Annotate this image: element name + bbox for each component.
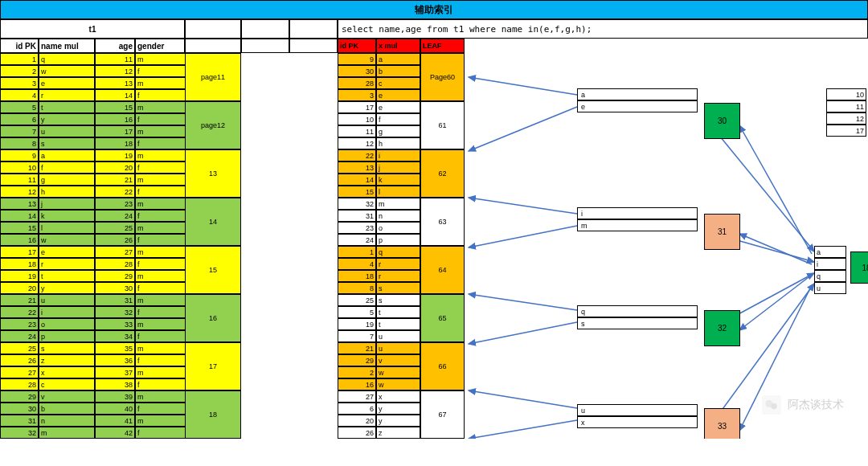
cell-gender: f — [135, 306, 185, 318]
cell-gender: m — [135, 125, 185, 137]
idx-cell-id: 17 — [338, 101, 376, 113]
left-table: id PK name mul age gender 1q11m2w12f3e13… — [0, 39, 185, 439]
cell-age: 19 — [95, 149, 135, 161]
table-row: 7u17m — [0, 125, 185, 137]
cell-age: 24 — [95, 210, 135, 222]
cell-age: 32 — [95, 306, 135, 318]
cell-gender: f — [135, 258, 185, 270]
index-row: 17e — [338, 101, 420, 113]
idx-cell-x: a — [376, 53, 420, 65]
table-row: 10f20f — [0, 161, 185, 174]
root-cell: a — [814, 246, 846, 258]
index-row: 1q — [338, 246, 420, 258]
idx-cell-x: r — [376, 258, 420, 270]
table-row: 3e13m — [0, 77, 185, 89]
cell-age: 38 — [95, 378, 135, 390]
page-cell: 16 — [185, 294, 241, 342]
idx-cell-x: e — [376, 101, 420, 113]
cell-gender: f — [135, 427, 185, 439]
index-row: 24p — [338, 234, 420, 246]
idx-cell-x: w — [376, 378, 420, 390]
index-row: 23o — [338, 222, 420, 234]
cell-name: h — [39, 186, 95, 198]
extra-cell: 12 — [826, 112, 866, 125]
cell-age: 13 — [95, 77, 135, 89]
idx-cell-x: r — [376, 270, 420, 282]
svg-line-5 — [469, 322, 577, 344]
table-row: 11g21m — [0, 174, 185, 186]
level3-node: 33 — [704, 408, 740, 439]
index-row: 28c — [338, 77, 420, 89]
index-row: 12h — [338, 137, 420, 149]
table-row: 32m42f — [0, 427, 185, 439]
cell-name: z — [39, 354, 95, 366]
idx-cell-x: q — [376, 246, 420, 258]
cell-gender: f — [135, 403, 185, 415]
cell-id: 3 — [0, 77, 39, 89]
cell-name: x — [39, 366, 95, 378]
table-row: 27x37m — [0, 366, 185, 378]
cell-name: o — [39, 318, 95, 330]
cell-name: r — [39, 258, 95, 270]
idx-cell-id: 12 — [338, 137, 376, 149]
cell-id: 31 — [0, 415, 39, 427]
title-text: 辅助索引 — [415, 3, 453, 17]
cell-gender: m — [135, 198, 185, 210]
index-row: 6y — [338, 403, 420, 415]
idx-cell-x: b — [376, 65, 420, 77]
cell-id: 6 — [0, 113, 39, 125]
cell-name: c — [39, 378, 95, 390]
level2-cell: e — [577, 100, 698, 112]
wechat-icon — [762, 395, 781, 415]
index-row: 21u — [338, 342, 420, 354]
cell-name: w — [39, 234, 95, 246]
cell-id: 15 — [0, 222, 39, 234]
index-row: 14k — [338, 174, 420, 186]
table-row: 19t29m — [0, 270, 185, 282]
index-row: 3e — [338, 89, 420, 101]
index-row: 32m — [338, 198, 420, 210]
cell-gender: m — [135, 222, 185, 234]
svg-line-14 — [739, 275, 812, 330]
idx-cell-x: w — [376, 366, 420, 378]
cell-name: p — [39, 330, 95, 342]
svg-line-12 — [739, 125, 812, 254]
t1-label: t1 — [0, 19, 185, 39]
idx-cell-x: y — [376, 415, 420, 427]
idx-cell-x: u — [376, 330, 420, 342]
cell-id: 11 — [0, 174, 39, 186]
leaf-cell: 65 — [420, 294, 465, 342]
leaf-cell: 63 — [420, 198, 465, 246]
cell-age: 12 — [95, 65, 135, 77]
idx-cell-id: 27 — [338, 390, 376, 403]
cell-gender: f — [135, 89, 185, 101]
svg-line-4 — [469, 294, 577, 310]
table-row: 5t15m — [0, 101, 185, 113]
cell-age: 14 — [95, 89, 135, 101]
cell-age: 42 — [95, 427, 135, 439]
idx-cell-id: 24 — [338, 234, 376, 246]
cell-age: 26 — [95, 234, 135, 246]
idx-cell-id: 4 — [338, 258, 376, 270]
idx-cell-x: z — [376, 427, 420, 439]
page-cell: 13 — [185, 149, 241, 198]
leaf-cell: 62 — [420, 149, 465, 198]
root-cell: i — [814, 258, 846, 270]
root-cell: u — [814, 282, 846, 294]
level2-cell: i — [577, 207, 698, 219]
idx-cell-x: l — [376, 186, 420, 198]
table-row: 13j23m — [0, 198, 185, 210]
cell-id: 27 — [0, 366, 39, 378]
table-row: 2w12f — [0, 65, 185, 77]
idx-cell-id: 1 — [338, 246, 376, 258]
hdr-gender: gender — [135, 39, 185, 53]
cell-age: 31 — [95, 294, 135, 306]
table-row: 4r14f — [0, 89, 185, 101]
page-cell: page12 — [185, 101, 241, 149]
index-row: 9a — [338, 53, 420, 65]
cell-id: 14 — [0, 210, 39, 222]
cell-id: 16 — [0, 234, 39, 246]
cell-name: e — [39, 77, 95, 89]
idx-cell-id: 22 — [338, 149, 376, 161]
cell-age: 21 — [95, 174, 135, 186]
